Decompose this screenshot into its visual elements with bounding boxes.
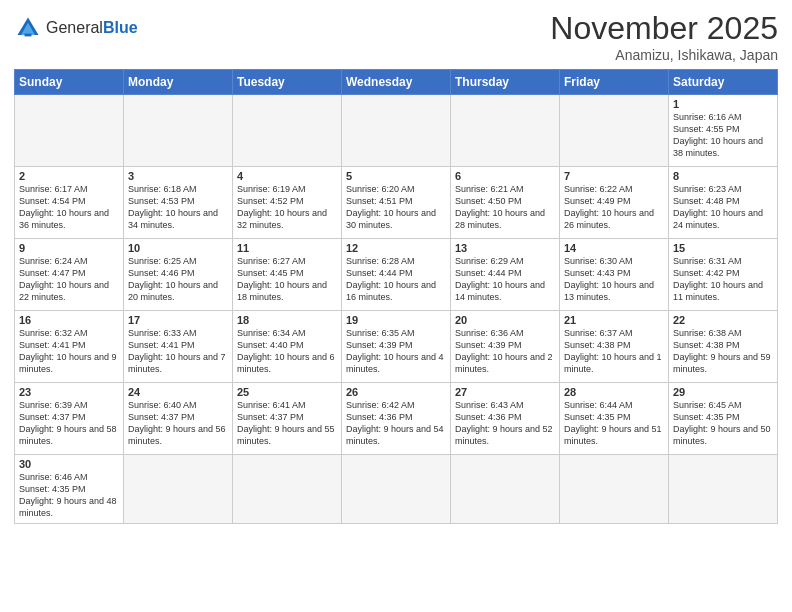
day-number: 12 [346, 242, 446, 254]
day-info: Sunrise: 6:42 AM Sunset: 4:36 PM Dayligh… [346, 399, 446, 448]
day-number: 29 [673, 386, 773, 398]
day-number: 26 [346, 386, 446, 398]
header-monday: Monday [124, 70, 233, 95]
table-row: 30Sunrise: 6:46 AM Sunset: 4:35 PM Dayli… [15, 455, 124, 524]
day-info: Sunrise: 6:46 AM Sunset: 4:35 PM Dayligh… [19, 471, 119, 520]
day-info: Sunrise: 6:41 AM Sunset: 4:37 PM Dayligh… [237, 399, 337, 448]
day-number: 2 [19, 170, 119, 182]
header-thursday: Thursday [451, 70, 560, 95]
day-info: Sunrise: 6:17 AM Sunset: 4:54 PM Dayligh… [19, 183, 119, 232]
day-number: 20 [455, 314, 555, 326]
table-row [451, 455, 560, 524]
day-number: 24 [128, 386, 228, 398]
day-info: Sunrise: 6:38 AM Sunset: 4:38 PM Dayligh… [673, 327, 773, 376]
day-number: 8 [673, 170, 773, 182]
day-info: Sunrise: 6:23 AM Sunset: 4:48 PM Dayligh… [673, 183, 773, 232]
day-number: 1 [673, 98, 773, 110]
table-row [342, 455, 451, 524]
day-number: 19 [346, 314, 446, 326]
svg-rect-2 [25, 34, 32, 37]
table-row: 17Sunrise: 6:33 AM Sunset: 4:41 PM Dayli… [124, 311, 233, 383]
month-title: November 2025 [550, 10, 778, 47]
day-info: Sunrise: 6:20 AM Sunset: 4:51 PM Dayligh… [346, 183, 446, 232]
table-row [233, 95, 342, 167]
day-info: Sunrise: 6:25 AM Sunset: 4:46 PM Dayligh… [128, 255, 228, 304]
table-row: 16Sunrise: 6:32 AM Sunset: 4:41 PM Dayli… [15, 311, 124, 383]
day-info: Sunrise: 6:37 AM Sunset: 4:38 PM Dayligh… [564, 327, 664, 376]
day-number: 5 [346, 170, 446, 182]
table-row: 12Sunrise: 6:28 AM Sunset: 4:44 PM Dayli… [342, 239, 451, 311]
day-info: Sunrise: 6:21 AM Sunset: 4:50 PM Dayligh… [455, 183, 555, 232]
day-info: Sunrise: 6:45 AM Sunset: 4:35 PM Dayligh… [673, 399, 773, 448]
day-info: Sunrise: 6:28 AM Sunset: 4:44 PM Dayligh… [346, 255, 446, 304]
table-row: 10Sunrise: 6:25 AM Sunset: 4:46 PM Dayli… [124, 239, 233, 311]
table-row [560, 455, 669, 524]
day-number: 27 [455, 386, 555, 398]
day-number: 23 [19, 386, 119, 398]
day-info: Sunrise: 6:44 AM Sunset: 4:35 PM Dayligh… [564, 399, 664, 448]
day-number: 14 [564, 242, 664, 254]
table-row: 22Sunrise: 6:38 AM Sunset: 4:38 PM Dayli… [669, 311, 778, 383]
day-info: Sunrise: 6:40 AM Sunset: 4:37 PM Dayligh… [128, 399, 228, 448]
day-number: 9 [19, 242, 119, 254]
table-row: 24Sunrise: 6:40 AM Sunset: 4:37 PM Dayli… [124, 383, 233, 455]
table-row [15, 95, 124, 167]
day-info: Sunrise: 6:39 AM Sunset: 4:37 PM Dayligh… [19, 399, 119, 448]
day-number: 30 [19, 458, 119, 470]
day-number: 16 [19, 314, 119, 326]
logo-icon [14, 14, 42, 42]
day-number: 3 [128, 170, 228, 182]
table-row [124, 95, 233, 167]
table-row [124, 455, 233, 524]
day-number: 11 [237, 242, 337, 254]
day-info: Sunrise: 6:24 AM Sunset: 4:47 PM Dayligh… [19, 255, 119, 304]
day-number: 7 [564, 170, 664, 182]
table-row: 7Sunrise: 6:22 AM Sunset: 4:49 PM Daylig… [560, 167, 669, 239]
day-number: 22 [673, 314, 773, 326]
table-row: 1Sunrise: 6:16 AM Sunset: 4:55 PM Daylig… [669, 95, 778, 167]
day-number: 21 [564, 314, 664, 326]
table-row: 14Sunrise: 6:30 AM Sunset: 4:43 PM Dayli… [560, 239, 669, 311]
day-info: Sunrise: 6:30 AM Sunset: 4:43 PM Dayligh… [564, 255, 664, 304]
day-number: 18 [237, 314, 337, 326]
table-row: 13Sunrise: 6:29 AM Sunset: 4:44 PM Dayli… [451, 239, 560, 311]
day-info: Sunrise: 6:32 AM Sunset: 4:41 PM Dayligh… [19, 327, 119, 376]
table-row: 3Sunrise: 6:18 AM Sunset: 4:53 PM Daylig… [124, 167, 233, 239]
day-number: 10 [128, 242, 228, 254]
table-row: 4Sunrise: 6:19 AM Sunset: 4:52 PM Daylig… [233, 167, 342, 239]
table-row: 25Sunrise: 6:41 AM Sunset: 4:37 PM Dayli… [233, 383, 342, 455]
day-number: 13 [455, 242, 555, 254]
day-number: 6 [455, 170, 555, 182]
table-row: 2Sunrise: 6:17 AM Sunset: 4:54 PM Daylig… [15, 167, 124, 239]
table-row: 5Sunrise: 6:20 AM Sunset: 4:51 PM Daylig… [342, 167, 451, 239]
header-friday: Friday [560, 70, 669, 95]
day-info: Sunrise: 6:33 AM Sunset: 4:41 PM Dayligh… [128, 327, 228, 376]
logo: GeneralBlue [14, 14, 138, 42]
table-row: 27Sunrise: 6:43 AM Sunset: 4:36 PM Dayli… [451, 383, 560, 455]
day-number: 17 [128, 314, 228, 326]
table-row: 18Sunrise: 6:34 AM Sunset: 4:40 PM Dayli… [233, 311, 342, 383]
weekday-header-row: Sunday Monday Tuesday Wednesday Thursday… [15, 70, 778, 95]
table-row: 15Sunrise: 6:31 AM Sunset: 4:42 PM Dayli… [669, 239, 778, 311]
table-row: 9Sunrise: 6:24 AM Sunset: 4:47 PM Daylig… [15, 239, 124, 311]
header-wednesday: Wednesday [342, 70, 451, 95]
table-row: 20Sunrise: 6:36 AM Sunset: 4:39 PM Dayli… [451, 311, 560, 383]
page: GeneralBlue November 2025 Anamizu, Ishik… [0, 0, 792, 612]
table-row: 6Sunrise: 6:21 AM Sunset: 4:50 PM Daylig… [451, 167, 560, 239]
header-area: GeneralBlue November 2025 Anamizu, Ishik… [14, 10, 778, 63]
table-row: 11Sunrise: 6:27 AM Sunset: 4:45 PM Dayli… [233, 239, 342, 311]
day-number: 28 [564, 386, 664, 398]
table-row [451, 95, 560, 167]
day-info: Sunrise: 6:27 AM Sunset: 4:45 PM Dayligh… [237, 255, 337, 304]
day-info: Sunrise: 6:29 AM Sunset: 4:44 PM Dayligh… [455, 255, 555, 304]
table-row: 21Sunrise: 6:37 AM Sunset: 4:38 PM Dayli… [560, 311, 669, 383]
table-row [342, 95, 451, 167]
day-number: 15 [673, 242, 773, 254]
table-row: 23Sunrise: 6:39 AM Sunset: 4:37 PM Dayli… [15, 383, 124, 455]
day-info: Sunrise: 6:34 AM Sunset: 4:40 PM Dayligh… [237, 327, 337, 376]
table-row [233, 455, 342, 524]
table-row: 29Sunrise: 6:45 AM Sunset: 4:35 PM Dayli… [669, 383, 778, 455]
table-row: 19Sunrise: 6:35 AM Sunset: 4:39 PM Dayli… [342, 311, 451, 383]
day-info: Sunrise: 6:18 AM Sunset: 4:53 PM Dayligh… [128, 183, 228, 232]
table-row: 8Sunrise: 6:23 AM Sunset: 4:48 PM Daylig… [669, 167, 778, 239]
